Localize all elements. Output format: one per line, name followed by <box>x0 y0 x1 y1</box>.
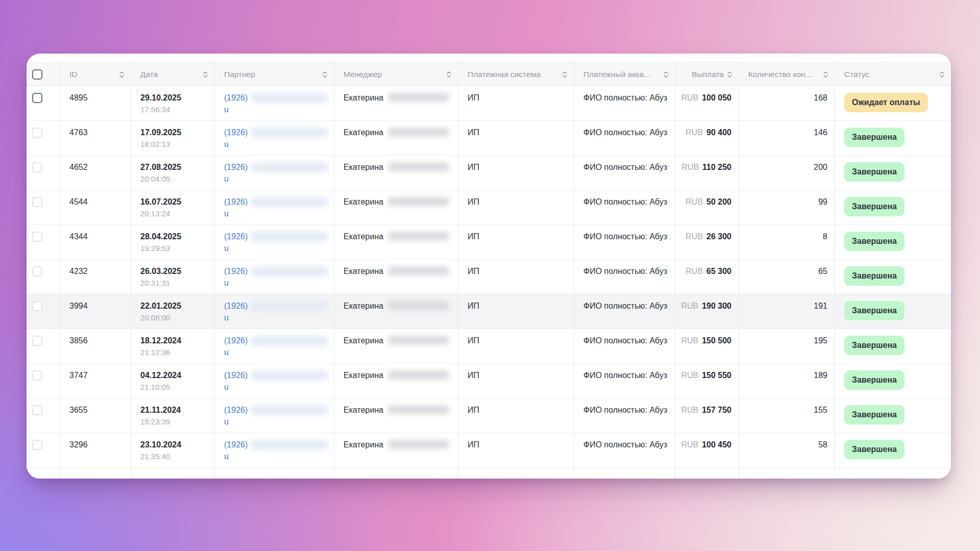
id-cell: 4544 <box>60 190 131 224</box>
partner-link-line2[interactable]: u <box>224 348 229 357</box>
row-checkbox[interactable] <box>32 232 42 242</box>
column-header-payout[interactable]: Выплата <box>675 63 739 86</box>
partner-link-line2[interactable]: u <box>224 383 229 391</box>
sort-icon[interactable] <box>446 70 452 79</box>
row-checkbox[interactable] <box>32 162 42 172</box>
payout-currency: RUB <box>685 232 703 242</box>
partner-link-line2[interactable]: u <box>224 209 229 218</box>
row-checkbox[interactable] <box>32 266 42 277</box>
payment-account-value: ФИО полностью: Абуз <box>583 128 667 137</box>
partner-link-line2[interactable]: u <box>224 105 229 114</box>
column-header-payment-account[interactable]: Платежный акка... <box>574 63 675 86</box>
payout-currency: RUB <box>681 440 698 450</box>
row-checkbox[interactable] <box>32 197 42 207</box>
payment-system-value: ИП <box>468 197 479 206</box>
row-checkbox[interactable] <box>32 370 42 381</box>
manager-first-name: Екатерина <box>344 93 383 102</box>
status-badge: Завершена <box>844 128 904 147</box>
status-badge: Завершена <box>844 301 904 320</box>
row-select-cell <box>27 190 60 224</box>
manager-cell: Екатерина <box>334 121 458 155</box>
partner-link[interactable]: (1926) <box>224 232 248 241</box>
table-body: 4895 29.10.2025 17:56:34 (1926) u Екатер… <box>27 86 951 468</box>
payment-system-cell: ИП <box>458 398 574 433</box>
conversions-cell: 155 <box>739 398 835 433</box>
partner-link[interactable]: (1926) <box>224 336 248 345</box>
column-label: Выплата <box>692 70 724 79</box>
row-checkbox[interactable] <box>32 336 42 346</box>
conversions-cell: 146 <box>739 121 835 155</box>
partner-name-redacted <box>251 267 328 276</box>
conversions-cell: 168 <box>739 86 835 120</box>
partner-link[interactable]: (1926) <box>224 406 248 414</box>
row-id: 4652 <box>69 163 88 171</box>
sort-icon[interactable] <box>823 70 828 79</box>
status-badge: Завершена <box>844 266 904 286</box>
manager-cell: Екатерина <box>334 260 458 294</box>
row-select-cell <box>27 364 60 398</box>
partner-link-line2[interactable]: u <box>224 279 229 287</box>
partner-link[interactable]: (1926) <box>224 197 248 206</box>
payout-cell: RUB 150 550 <box>675 364 739 398</box>
column-header-date[interactable]: Дата <box>131 63 214 86</box>
status-badge: Завершена <box>844 336 904 355</box>
manager-surname-redacted <box>388 371 449 379</box>
payment-system-cell: ИП <box>458 86 574 120</box>
partner-link[interactable]: (1926) <box>224 440 248 449</box>
payment-system-value: ИП <box>468 128 479 137</box>
partner-link-line2[interactable]: u <box>224 313 229 322</box>
partner-link[interactable]: (1926) <box>224 267 248 276</box>
manager-first-name: Екатерина <box>344 302 383 310</box>
manager-cell: Екатерина <box>334 398 458 433</box>
sort-icon[interactable] <box>663 70 669 79</box>
row-checkbox[interactable] <box>32 93 42 103</box>
payment-account-value: ФИО полностью: Абуз <box>583 232 667 241</box>
partner-link[interactable]: (1926) <box>224 93 248 102</box>
partner-link[interactable]: (1926) <box>224 302 248 310</box>
payout-currency: RUB <box>681 405 698 415</box>
payout-amount: 157 750 <box>702 405 731 415</box>
sort-icon[interactable] <box>727 70 732 79</box>
status-cell: Завершена <box>835 121 951 155</box>
manager-first-name: Екатерина <box>344 197 383 206</box>
column-header-partner[interactable]: Партнер <box>214 63 334 86</box>
partner-cell: (1926) u <box>214 329 334 363</box>
row-checkbox[interactable] <box>32 440 42 450</box>
row-checkbox[interactable] <box>32 301 42 311</box>
row-select-cell <box>27 121 60 155</box>
row-checkbox[interactable] <box>32 128 42 138</box>
sort-icon[interactable] <box>939 70 945 79</box>
payout-amount: 150 500 <box>702 336 731 346</box>
select-all-checkbox[interactable] <box>32 69 42 80</box>
sort-icon[interactable] <box>322 70 328 79</box>
partner-link[interactable]: (1926) <box>224 128 248 137</box>
manager-cell: Екатерина <box>334 86 458 120</box>
partner-link-line2[interactable]: u <box>224 140 229 148</box>
column-header-payment-system[interactable]: Платежная система <box>458 63 574 86</box>
sort-icon[interactable] <box>119 70 125 79</box>
id-cell: 3856 <box>60 329 131 363</box>
partner-link-line2[interactable]: u <box>224 244 229 253</box>
sort-icon[interactable] <box>562 70 568 79</box>
partner-link[interactable]: (1926) <box>224 163 248 171</box>
sort-icon[interactable] <box>203 70 208 79</box>
partner-link-line2[interactable]: u <box>224 452 229 461</box>
column-header-manager[interactable]: Менеджер <box>334 63 458 86</box>
partner-cell: (1926) u <box>214 86 334 120</box>
row-checkbox[interactable] <box>32 405 42 415</box>
conversions-cell: 195 <box>739 329 835 363</box>
partner-link-line2[interactable]: u <box>224 174 229 183</box>
table-row: 3856 18.12.2024 21:12:36 (1926) u Екатер… <box>27 329 951 364</box>
column-header-status[interactable]: Статус <box>835 63 951 86</box>
row-date: 23.10.2024 <box>140 440 207 450</box>
manager-cell: Екатерина <box>334 364 458 398</box>
column-header-id[interactable]: ID <box>60 63 131 86</box>
partner-cell: (1926) u <box>214 294 334 329</box>
partner-link[interactable]: (1926) <box>224 371 248 380</box>
partner-link-line2[interactable]: u <box>224 417 229 426</box>
payment-system-cell: ИП <box>458 260 574 294</box>
status-cell: Завершена <box>835 190 951 224</box>
conversions-cell: 189 <box>739 364 835 398</box>
column-header-conversions[interactable]: Количество кон... <box>739 63 835 86</box>
partner-name-redacted <box>251 128 328 137</box>
